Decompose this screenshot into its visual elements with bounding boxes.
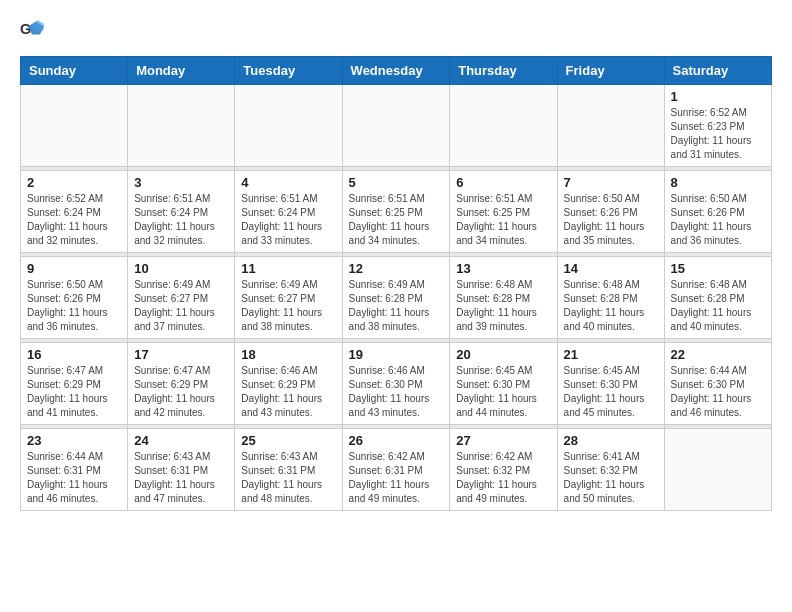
calendar-cell: 11Sunrise: 6:49 AM Sunset: 6:27 PM Dayli… <box>235 257 342 339</box>
calendar-cell: 19Sunrise: 6:46 AM Sunset: 6:30 PM Dayli… <box>342 343 450 425</box>
calendar-cell: 15Sunrise: 6:48 AM Sunset: 6:28 PM Dayli… <box>664 257 771 339</box>
day-info: Sunrise: 6:43 AM Sunset: 6:31 PM Dayligh… <box>134 450 228 506</box>
calendar-cell: 7Sunrise: 6:50 AM Sunset: 6:26 PM Daylig… <box>557 171 664 253</box>
calendar-cell: 23Sunrise: 6:44 AM Sunset: 6:31 PM Dayli… <box>21 429 128 511</box>
day-number: 28 <box>564 433 658 448</box>
day-number: 17 <box>134 347 228 362</box>
day-info: Sunrise: 6:51 AM Sunset: 6:25 PM Dayligh… <box>456 192 550 248</box>
day-number: 24 <box>134 433 228 448</box>
weekday-header-saturday: Saturday <box>664 57 771 85</box>
day-number: 1 <box>671 89 765 104</box>
day-number: 8 <box>671 175 765 190</box>
calendar-cell: 3Sunrise: 6:51 AM Sunset: 6:24 PM Daylig… <box>128 171 235 253</box>
day-info: Sunrise: 6:51 AM Sunset: 6:24 PM Dayligh… <box>241 192 335 248</box>
calendar-cell: 10Sunrise: 6:49 AM Sunset: 6:27 PM Dayli… <box>128 257 235 339</box>
day-info: Sunrise: 6:48 AM Sunset: 6:28 PM Dayligh… <box>671 278 765 334</box>
weekday-header-wednesday: Wednesday <box>342 57 450 85</box>
logo: G <box>20 20 48 40</box>
day-number: 9 <box>27 261 121 276</box>
day-info: Sunrise: 6:41 AM Sunset: 6:32 PM Dayligh… <box>564 450 658 506</box>
day-number: 22 <box>671 347 765 362</box>
day-info: Sunrise: 6:50 AM Sunset: 6:26 PM Dayligh… <box>27 278 121 334</box>
day-info: Sunrise: 6:47 AM Sunset: 6:29 PM Dayligh… <box>134 364 228 420</box>
calendar-week-3: 9Sunrise: 6:50 AM Sunset: 6:26 PM Daylig… <box>21 257 772 339</box>
calendar-cell: 16Sunrise: 6:47 AM Sunset: 6:29 PM Dayli… <box>21 343 128 425</box>
day-number: 14 <box>564 261 658 276</box>
day-number: 23 <box>27 433 121 448</box>
day-number: 6 <box>456 175 550 190</box>
day-info: Sunrise: 6:51 AM Sunset: 6:24 PM Dayligh… <box>134 192 228 248</box>
day-number: 19 <box>349 347 444 362</box>
day-number: 10 <box>134 261 228 276</box>
calendar-header-row: SundayMondayTuesdayWednesdayThursdayFrid… <box>21 57 772 85</box>
day-info: Sunrise: 6:51 AM Sunset: 6:25 PM Dayligh… <box>349 192 444 248</box>
day-info: Sunrise: 6:42 AM Sunset: 6:32 PM Dayligh… <box>456 450 550 506</box>
day-info: Sunrise: 6:48 AM Sunset: 6:28 PM Dayligh… <box>564 278 658 334</box>
weekday-header-monday: Monday <box>128 57 235 85</box>
day-info: Sunrise: 6:49 AM Sunset: 6:27 PM Dayligh… <box>134 278 228 334</box>
weekday-header-tuesday: Tuesday <box>235 57 342 85</box>
day-number: 5 <box>349 175 444 190</box>
day-info: Sunrise: 6:47 AM Sunset: 6:29 PM Dayligh… <box>27 364 121 420</box>
day-number: 13 <box>456 261 550 276</box>
calendar-cell: 14Sunrise: 6:48 AM Sunset: 6:28 PM Dayli… <box>557 257 664 339</box>
calendar-week-1: 1Sunrise: 6:52 AM Sunset: 6:23 PM Daylig… <box>21 85 772 167</box>
page-header: G <box>20 20 772 40</box>
day-number: 15 <box>671 261 765 276</box>
day-number: 7 <box>564 175 658 190</box>
calendar-cell: 12Sunrise: 6:49 AM Sunset: 6:28 PM Dayli… <box>342 257 450 339</box>
day-info: Sunrise: 6:45 AM Sunset: 6:30 PM Dayligh… <box>456 364 550 420</box>
calendar-cell: 25Sunrise: 6:43 AM Sunset: 6:31 PM Dayli… <box>235 429 342 511</box>
day-info: Sunrise: 6:44 AM Sunset: 6:30 PM Dayligh… <box>671 364 765 420</box>
calendar-cell <box>664 429 771 511</box>
weekday-header-friday: Friday <box>557 57 664 85</box>
day-info: Sunrise: 6:52 AM Sunset: 6:23 PM Dayligh… <box>671 106 765 162</box>
day-info: Sunrise: 6:46 AM Sunset: 6:29 PM Dayligh… <box>241 364 335 420</box>
calendar-cell <box>235 85 342 167</box>
calendar-cell: 5Sunrise: 6:51 AM Sunset: 6:25 PM Daylig… <box>342 171 450 253</box>
day-info: Sunrise: 6:46 AM Sunset: 6:30 PM Dayligh… <box>349 364 444 420</box>
calendar-cell: 6Sunrise: 6:51 AM Sunset: 6:25 PM Daylig… <box>450 171 557 253</box>
calendar-cell: 17Sunrise: 6:47 AM Sunset: 6:29 PM Dayli… <box>128 343 235 425</box>
day-info: Sunrise: 6:44 AM Sunset: 6:31 PM Dayligh… <box>27 450 121 506</box>
calendar-cell: 2Sunrise: 6:52 AM Sunset: 6:24 PM Daylig… <box>21 171 128 253</box>
calendar-cell <box>557 85 664 167</box>
calendar-cell: 9Sunrise: 6:50 AM Sunset: 6:26 PM Daylig… <box>21 257 128 339</box>
day-number: 4 <box>241 175 335 190</box>
day-info: Sunrise: 6:49 AM Sunset: 6:27 PM Dayligh… <box>241 278 335 334</box>
day-info: Sunrise: 6:50 AM Sunset: 6:26 PM Dayligh… <box>564 192 658 248</box>
day-info: Sunrise: 6:49 AM Sunset: 6:28 PM Dayligh… <box>349 278 444 334</box>
calendar-cell: 8Sunrise: 6:50 AM Sunset: 6:26 PM Daylig… <box>664 171 771 253</box>
calendar-week-5: 23Sunrise: 6:44 AM Sunset: 6:31 PM Dayli… <box>21 429 772 511</box>
day-number: 3 <box>134 175 228 190</box>
day-info: Sunrise: 6:48 AM Sunset: 6:28 PM Dayligh… <box>456 278 550 334</box>
logo-icon: G <box>20 20 44 40</box>
day-number: 2 <box>27 175 121 190</box>
day-number: 11 <box>241 261 335 276</box>
day-info: Sunrise: 6:52 AM Sunset: 6:24 PM Dayligh… <box>27 192 121 248</box>
calendar-cell: 4Sunrise: 6:51 AM Sunset: 6:24 PM Daylig… <box>235 171 342 253</box>
calendar-cell <box>450 85 557 167</box>
weekday-header-thursday: Thursday <box>450 57 557 85</box>
day-number: 12 <box>349 261 444 276</box>
calendar-cell <box>342 85 450 167</box>
weekday-header-sunday: Sunday <box>21 57 128 85</box>
day-info: Sunrise: 6:42 AM Sunset: 6:31 PM Dayligh… <box>349 450 444 506</box>
day-number: 21 <box>564 347 658 362</box>
day-number: 25 <box>241 433 335 448</box>
calendar-week-2: 2Sunrise: 6:52 AM Sunset: 6:24 PM Daylig… <box>21 171 772 253</box>
calendar-cell: 20Sunrise: 6:45 AM Sunset: 6:30 PM Dayli… <box>450 343 557 425</box>
day-number: 27 <box>456 433 550 448</box>
calendar-cell: 18Sunrise: 6:46 AM Sunset: 6:29 PM Dayli… <box>235 343 342 425</box>
calendar-table: SundayMondayTuesdayWednesdayThursdayFrid… <box>20 56 772 511</box>
day-number: 18 <box>241 347 335 362</box>
calendar-cell: 24Sunrise: 6:43 AM Sunset: 6:31 PM Dayli… <box>128 429 235 511</box>
calendar-cell: 21Sunrise: 6:45 AM Sunset: 6:30 PM Dayli… <box>557 343 664 425</box>
day-number: 16 <box>27 347 121 362</box>
calendar-cell: 22Sunrise: 6:44 AM Sunset: 6:30 PM Dayli… <box>664 343 771 425</box>
calendar-cell: 26Sunrise: 6:42 AM Sunset: 6:31 PM Dayli… <box>342 429 450 511</box>
calendar-cell: 28Sunrise: 6:41 AM Sunset: 6:32 PM Dayli… <box>557 429 664 511</box>
day-number: 26 <box>349 433 444 448</box>
calendar-cell: 13Sunrise: 6:48 AM Sunset: 6:28 PM Dayli… <box>450 257 557 339</box>
calendar-week-4: 16Sunrise: 6:47 AM Sunset: 6:29 PM Dayli… <box>21 343 772 425</box>
